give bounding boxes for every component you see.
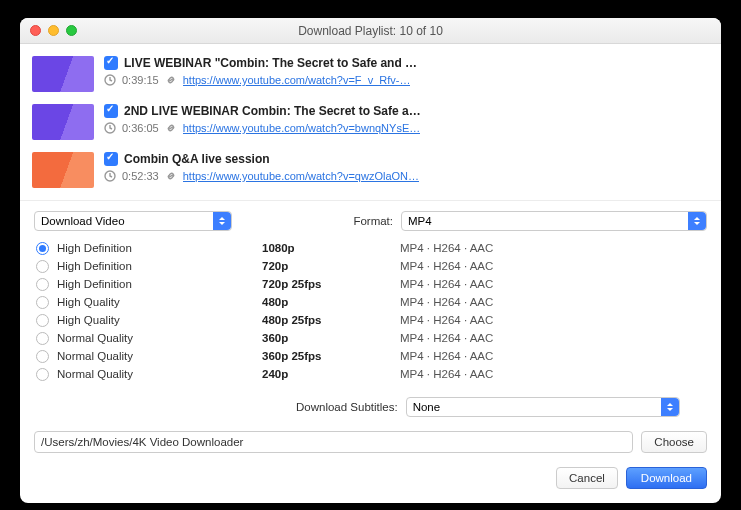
video-thumbnail: [32, 56, 94, 92]
link-icon: [165, 74, 177, 86]
video-url-link[interactable]: https://www.youtube.com/watch?v=F_v_Rfv-…: [183, 74, 411, 86]
video-title: 2ND LIVE WEBINAR Combin: The Secret to S…: [124, 104, 421, 118]
quality-name: Normal Quality: [57, 332, 262, 344]
video-checkbox[interactable]: [104, 152, 118, 166]
quality-format: MP4 · H264 · AAC: [400, 368, 493, 380]
quality-resolution: 240p: [262, 368, 400, 380]
quality-format: MP4 · H264 · AAC: [400, 314, 493, 326]
quality-resolution: 480p: [262, 296, 400, 308]
quality-radio[interactable]: [36, 350, 49, 363]
quality-radio[interactable]: [36, 314, 49, 327]
quality-row[interactable]: High Definition 1080p MP4 · H264 · AAC: [34, 239, 707, 257]
stepper-icon: [688, 212, 706, 230]
video-duration: 0:39:15: [122, 74, 159, 86]
video-duration: 0:36:05: [122, 122, 159, 134]
quality-name: Normal Quality: [57, 368, 262, 380]
quality-name: High Definition: [57, 278, 262, 290]
quality-format: MP4 · H264 · AAC: [400, 278, 493, 290]
action-select[interactable]: Download Video: [34, 211, 232, 231]
quality-radio[interactable]: [36, 260, 49, 273]
quality-resolution: 720p: [262, 260, 400, 272]
subtitles-select-value: None: [413, 401, 441, 413]
quality-name: High Definition: [57, 260, 262, 272]
quality-radio[interactable]: [36, 242, 49, 255]
quality-list: High Definition 1080p MP4 · H264 · AAC H…: [34, 239, 707, 383]
video-checkbox[interactable]: [104, 104, 118, 118]
format-label: Format:: [353, 215, 393, 227]
quality-format: MP4 · H264 · AAC: [400, 332, 493, 344]
quality-row[interactable]: High Quality 480p 25fps MP4 · H264 · AAC: [34, 311, 707, 329]
quality-radio[interactable]: [36, 296, 49, 309]
video-title: LIVE WEBINAR "Combin: The Secret to Safe…: [124, 56, 417, 70]
clock-icon: [104, 122, 116, 134]
quality-radio[interactable]: [36, 368, 49, 381]
subtitles-label: Download Subtitles:: [296, 401, 398, 413]
video-checkbox[interactable]: [104, 56, 118, 70]
video-url-link[interactable]: https://www.youtube.com/watch?v=bwnqNYsE…: [183, 122, 421, 134]
quality-resolution: 720p 25fps: [262, 278, 400, 290]
quality-row[interactable]: Normal Quality 240p MP4 · H264 · AAC: [34, 365, 707, 383]
quality-format: MP4 · H264 · AAC: [400, 260, 493, 272]
video-item: LIVE WEBINAR "Combin: The Secret to Safe…: [20, 50, 721, 98]
stepper-icon: [661, 398, 679, 416]
quality-name: High Definition: [57, 242, 262, 254]
quality-name: Normal Quality: [57, 350, 262, 362]
format-select[interactable]: MP4: [401, 211, 707, 231]
format-select-value: MP4: [408, 215, 432, 227]
choose-path-button[interactable]: Choose: [641, 431, 707, 453]
quality-row[interactable]: High Definition 720p MP4 · H264 · AAC: [34, 257, 707, 275]
cancel-button[interactable]: Cancel: [556, 467, 618, 489]
quality-resolution: 360p: [262, 332, 400, 344]
quality-name: High Quality: [57, 314, 262, 326]
download-button[interactable]: Download: [626, 467, 707, 489]
quality-resolution: 1080p: [262, 242, 400, 254]
video-thumbnail: [32, 152, 94, 188]
video-thumbnail: [32, 104, 94, 140]
save-path-input[interactable]: [34, 431, 633, 453]
quality-format: MP4 · H264 · AAC: [400, 350, 493, 362]
quality-row[interactable]: High Definition 720p 25fps MP4 · H264 · …: [34, 275, 707, 293]
stepper-icon: [213, 212, 231, 230]
quality-format: MP4 · H264 · AAC: [400, 296, 493, 308]
subtitles-select[interactable]: None: [406, 397, 680, 417]
video-list: LIVE WEBINAR "Combin: The Secret to Safe…: [20, 44, 721, 194]
clock-icon: [104, 74, 116, 86]
titlebar: Download Playlist: 10 of 10: [20, 18, 721, 44]
quality-row[interactable]: High Quality 480p MP4 · H264 · AAC: [34, 293, 707, 311]
video-title: Combin Q&A live session: [124, 152, 270, 166]
video-item: 2ND LIVE WEBINAR Combin: The Secret to S…: [20, 98, 721, 146]
quality-radio[interactable]: [36, 278, 49, 291]
quality-format: MP4 · H264 · AAC: [400, 242, 493, 254]
quality-name: High Quality: [57, 296, 262, 308]
video-item: Combin Q&A live session 0:52:33 https://…: [20, 146, 721, 194]
link-icon: [165, 122, 177, 134]
download-window: Download Playlist: 10 of 10 LIVE WEBINAR…: [20, 18, 721, 503]
quality-row[interactable]: Normal Quality 360p 25fps MP4 · H264 · A…: [34, 347, 707, 365]
quality-row[interactable]: Normal Quality 360p MP4 · H264 · AAC: [34, 329, 707, 347]
action-select-value: Download Video: [41, 215, 125, 227]
window-title: Download Playlist: 10 of 10: [20, 24, 721, 38]
clock-icon: [104, 170, 116, 182]
quality-resolution: 360p 25fps: [262, 350, 400, 362]
quality-resolution: 480p 25fps: [262, 314, 400, 326]
quality-radio[interactable]: [36, 332, 49, 345]
video-url-link[interactable]: https://www.youtube.com/watch?v=qwzOlaON…: [183, 170, 419, 182]
link-icon: [165, 170, 177, 182]
video-duration: 0:52:33: [122, 170, 159, 182]
